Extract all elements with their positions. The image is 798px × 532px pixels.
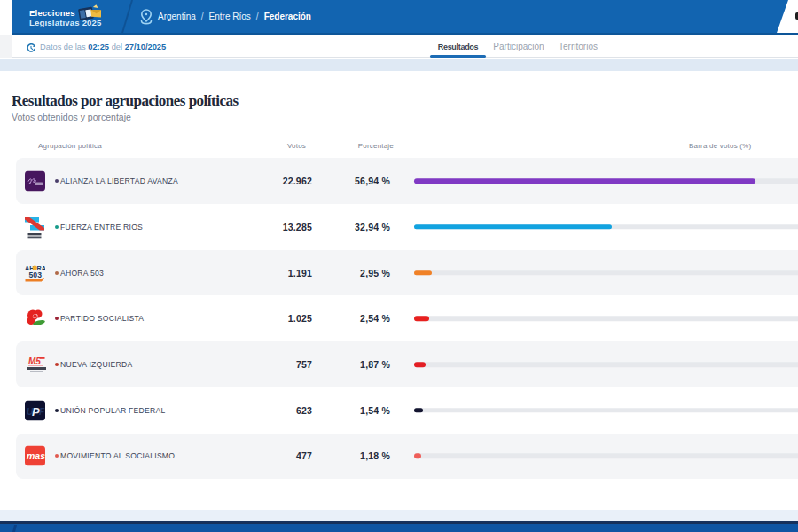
svg-text:M5: M5 [28,356,41,366]
svg-text:mas: mas [27,450,45,461]
svg-text:F: F [39,407,45,417]
svg-text:503: 503 [28,270,42,279]
